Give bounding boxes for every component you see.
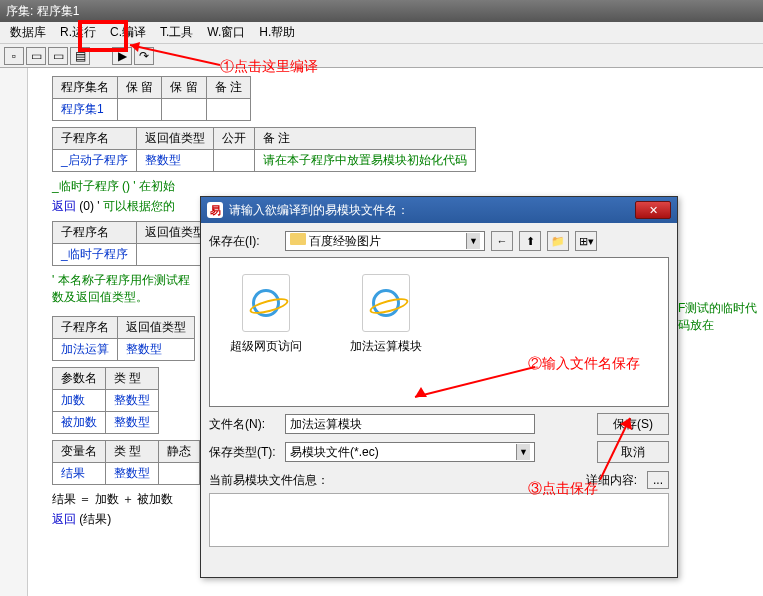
table-sub3: 子程序名返回值类型 加法运算整数型 (52, 316, 195, 361)
ie-file-icon (362, 274, 410, 332)
cell (118, 99, 162, 121)
file-name: 加法运算模块 (350, 338, 422, 355)
ie-file-icon (242, 274, 290, 332)
detail-label: 详细内容: (586, 472, 637, 489)
th: 类 型 (106, 368, 159, 390)
cell[interactable]: 整数型 (106, 463, 159, 485)
filename-label: 文件名(N): (209, 416, 279, 433)
th: 保 留 (162, 77, 206, 99)
menu-tools[interactable]: T.工具 (154, 22, 199, 43)
menu-bar: 数据库 R.运行 C.编译 T.工具 W.窗口 H.帮助 (0, 22, 763, 44)
dialog-title: 请输入欲编译到的易模块文件名： (229, 202, 409, 219)
cell (213, 150, 254, 172)
cell[interactable]: 结果 (53, 463, 106, 485)
th: 程序集名 (53, 77, 118, 99)
toolbar-button-1[interactable]: ▫ (4, 47, 24, 65)
module-info-box (209, 493, 669, 547)
toolbar: ▫ ▭ ▭ ▤ ▶ ↷ (0, 44, 763, 68)
save-button[interactable]: 保存(S) (597, 413, 669, 435)
toolbar-button-2[interactable]: ▭ (26, 47, 46, 65)
cell (206, 99, 250, 121)
cancel-button[interactable]: 取消 (597, 441, 669, 463)
cell[interactable]: 整数型 (118, 339, 195, 361)
chevron-down-icon: ▼ (516, 444, 530, 460)
toolbar-button-6[interactable]: ↷ (134, 47, 154, 65)
th: 子程序名 (53, 317, 118, 339)
th: 备 注 (206, 77, 250, 99)
th: 类 型 (106, 441, 159, 463)
toolbar-button-3[interactable]: ▭ (48, 47, 68, 65)
dialog-title-bar: 易 请输入欲编译到的易模块文件名： ✕ (201, 197, 677, 223)
th: 公开 (213, 128, 254, 150)
cell[interactable]: 整数型 (106, 412, 159, 434)
table-params: 参数名类 型 加数整数型 被加数整数型 (52, 367, 159, 434)
menu-compile[interactable]: C.编译 (104, 22, 152, 43)
table-sub2: 子程序名返回值类型 _临时子程序 (52, 221, 214, 266)
save-in-combo[interactable]: 百度经验图片 ▼ (285, 231, 485, 251)
save-in-label: 保存在(I): (209, 233, 279, 250)
menu-window[interactable]: W.窗口 (201, 22, 251, 43)
filetype-label: 保存类型(T): (209, 444, 279, 461)
table-sub1: 子程序名返回值类型公开备 注 _启动子程序整数型请在本子程序中放置易模块初始化代… (52, 127, 476, 172)
cell[interactable]: 整数型 (136, 150, 213, 172)
toolbar-play-button[interactable]: ▶ (112, 47, 132, 65)
nav-newfolder-button[interactable]: 📁 (547, 231, 569, 251)
folder-icon (290, 233, 306, 245)
nav-up-button[interactable]: ⬆ (519, 231, 541, 251)
file-item[interactable]: 加法运算模块 (346, 274, 426, 390)
th: 参数名 (53, 368, 106, 390)
cell[interactable]: 加法运算 (53, 339, 118, 361)
side-cut-text: F测试的临时代码放在 (678, 300, 763, 334)
filename-input[interactable] (285, 414, 535, 434)
window-title-bar: 序集: 程序集1 (0, 0, 763, 22)
cell (159, 463, 200, 485)
cell[interactable]: 整数型 (106, 390, 159, 412)
th: 变量名 (53, 441, 106, 463)
th: 保 留 (118, 77, 162, 99)
detail-dots-button[interactable]: ... (647, 471, 669, 489)
cell (162, 99, 206, 121)
file-list-area[interactable]: 超级网页访问 加法运算模块 (209, 257, 669, 407)
left-gutter (0, 68, 28, 596)
cell[interactable]: 程序集1 (53, 99, 118, 121)
nav-view-button[interactable]: ⊞▾ (575, 231, 597, 251)
menu-help[interactable]: H.帮助 (253, 22, 301, 43)
table-programset: 程序集名保 留保 留备 注 程序集1 (52, 76, 251, 121)
th: 返回值类型 (136, 128, 213, 150)
th: 子程序名 (53, 222, 137, 244)
filetype-combo[interactable]: 易模块文件(*.ec) ▼ (285, 442, 535, 462)
th: 静态 (159, 441, 200, 463)
nav-back-button[interactable]: ← (491, 231, 513, 251)
cell[interactable]: 被加数 (53, 412, 106, 434)
table-vars: 变量名类 型静态 结果整数型 (52, 440, 200, 485)
th: 返回值类型 (118, 317, 195, 339)
th: 子程序名 (53, 128, 137, 150)
menu-run[interactable]: R.运行 (54, 22, 102, 43)
th: 备 注 (254, 128, 475, 150)
save-dialog: 易 请输入欲编译到的易模块文件名： ✕ 保存在(I): 百度经验图片 ▼ ← ⬆… (200, 196, 678, 578)
cell[interactable]: _启动子程序 (53, 150, 137, 172)
cell[interactable]: 加数 (53, 390, 106, 412)
chevron-down-icon: ▼ (466, 233, 480, 249)
dialog-close-button[interactable]: ✕ (635, 201, 671, 219)
file-name: 超级网页访问 (230, 338, 302, 355)
menu-database[interactable]: 数据库 (4, 22, 52, 43)
toolbar-button-4[interactable]: ▤ (70, 47, 90, 65)
code-line: _临时子程序 () ' 在初始 (52, 178, 755, 195)
file-item[interactable]: 超级网页访问 (226, 274, 306, 390)
window-title: 序集: 程序集1 (6, 3, 79, 20)
module-info-label: 当前易模块文件信息： (209, 472, 329, 489)
cell[interactable]: _临时子程序 (53, 244, 137, 266)
cell: 请在本子程序中放置易模块初始化代码 (254, 150, 475, 172)
dialog-app-icon: 易 (207, 202, 223, 218)
